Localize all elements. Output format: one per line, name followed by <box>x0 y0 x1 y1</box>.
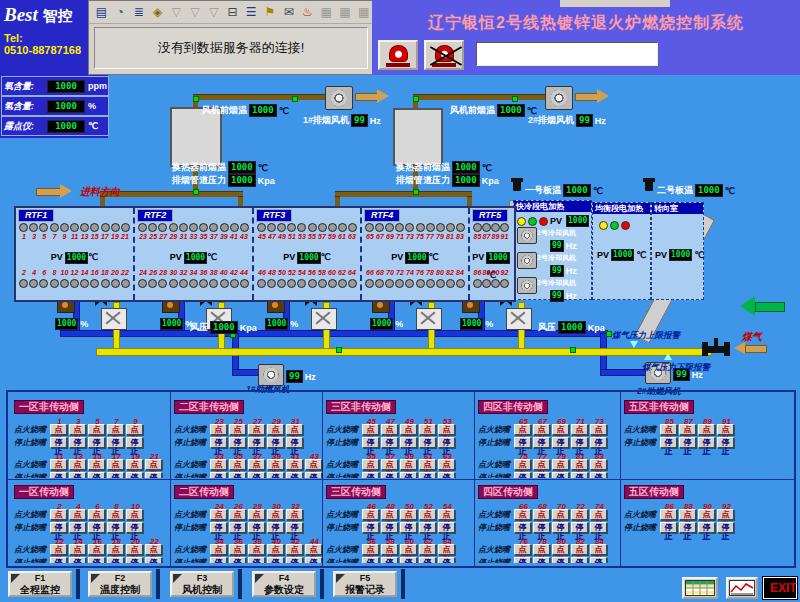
stop-button-34[interactable]: 停止 <box>210 557 227 563</box>
stop-button-72[interactable]: 停止 <box>571 522 588 533</box>
stop-button-61[interactable]: 停止 <box>419 472 436 478</box>
stop-button-91[interactable]: 停止 <box>717 437 734 448</box>
stop-button-74[interactable]: 停止 <box>590 522 607 533</box>
window-icon-2[interactable]: ▦ <box>337 3 354 22</box>
stop-button-35[interactable]: 停止 <box>229 472 246 478</box>
ignite-button-88[interactable]: 点火 <box>679 509 696 520</box>
alarm-icon[interactable]: ♨ <box>299 3 316 22</box>
ignite-button-35[interactable]: 点火 <box>229 459 246 470</box>
stop-button-32[interactable]: 停止 <box>286 522 303 533</box>
ignite-button-49[interactable]: 点火 <box>400 424 417 435</box>
stop-button-85[interactable]: 停止 <box>660 437 677 448</box>
ignite-button-69[interactable]: 点火 <box>552 424 569 435</box>
stop-button-50[interactable]: 停止 <box>400 522 417 533</box>
ignite-button-53[interactable]: 点火 <box>438 424 455 435</box>
ignite-button-61[interactable]: 点火 <box>419 459 436 470</box>
ignite-button-59[interactable]: 点火 <box>400 459 417 470</box>
ignite-button-60[interactable]: 点火 <box>400 544 417 555</box>
stop-button-64[interactable]: 停止 <box>438 557 455 563</box>
stop-button-65[interactable]: 停止 <box>514 437 531 448</box>
ignite-button-77[interactable]: 点火 <box>533 459 550 470</box>
stop-button-92[interactable]: 停止 <box>717 522 734 533</box>
ignite-button-62[interactable]: 点火 <box>419 544 436 555</box>
stop-button-81[interactable]: 停止 <box>571 472 588 478</box>
ignite-button-76[interactable]: 点火 <box>514 544 531 555</box>
ignite-button-51[interactable]: 点火 <box>419 424 436 435</box>
ignite-button-66[interactable]: 点火 <box>514 509 531 520</box>
ignite-button-40[interactable]: 点火 <box>267 544 284 555</box>
ignite-button-91[interactable]: 点火 <box>717 424 734 435</box>
ignite-button-75[interactable]: 点火 <box>514 459 531 470</box>
stop-button-18[interactable]: 停止 <box>107 557 124 563</box>
stop-button-44[interactable]: 停止 <box>305 557 322 563</box>
stop-button-2[interactable]: 停止 <box>50 522 67 533</box>
stop-button-80[interactable]: 停止 <box>552 557 569 563</box>
ignite-button-21[interactable]: 点火 <box>145 459 162 470</box>
ignite-button-38[interactable]: 点火 <box>248 544 265 555</box>
ignite-button-16[interactable]: 点火 <box>88 544 105 555</box>
ignite-button-36[interactable]: 点火 <box>229 544 246 555</box>
window-icon-3[interactable]: ▦ <box>355 3 372 22</box>
ignite-button-55[interactable]: 点火 <box>362 459 379 470</box>
stop-button-3[interactable]: 停止 <box>69 437 86 448</box>
ignite-button-44[interactable]: 点火 <box>305 544 322 555</box>
ignite-button-85[interactable]: 点火 <box>660 424 677 435</box>
ignite-button-41[interactable]: 点火 <box>286 459 303 470</box>
alarm-text-box[interactable] <box>476 42 658 66</box>
stop-button-54[interactable]: 停止 <box>438 522 455 533</box>
stop-button-38[interactable]: 停止 <box>248 557 265 563</box>
stop-button-27[interactable]: 停止 <box>248 437 265 448</box>
ignite-button-48[interactable]: 点火 <box>381 509 398 520</box>
key-icon[interactable]: ⚑ <box>262 3 279 22</box>
ignite-button-3[interactable]: 点火 <box>69 424 86 435</box>
stop-button-75[interactable]: 停止 <box>514 472 531 478</box>
stop-button-33[interactable]: 停止 <box>210 472 227 478</box>
ignite-button-52[interactable]: 点火 <box>419 509 436 520</box>
ignite-button-72[interactable]: 点火 <box>571 509 588 520</box>
stop-button-39[interactable]: 停止 <box>267 472 284 478</box>
stop-button-10[interactable]: 停止 <box>126 522 143 533</box>
stop-button-24[interactable]: 停止 <box>210 522 227 533</box>
stop-button-68[interactable]: 停止 <box>533 522 550 533</box>
ignite-button-1[interactable]: 点火 <box>50 424 67 435</box>
alarm-lamp-button[interactable] <box>378 40 418 70</box>
ignite-button-30[interactable]: 点火 <box>267 509 284 520</box>
ignite-button-45[interactable]: 点火 <box>362 424 379 435</box>
ignite-button-6[interactable]: 点火 <box>88 509 105 520</box>
stop-button-40[interactable]: 停止 <box>267 557 284 563</box>
stop-button-43[interactable]: 停止 <box>305 472 322 478</box>
ignite-button-4[interactable]: 点火 <box>69 509 86 520</box>
ignite-button-24[interactable]: 点火 <box>210 509 227 520</box>
stop-button-14[interactable]: 停止 <box>69 557 86 563</box>
ignite-button-28[interactable]: 点火 <box>248 509 265 520</box>
ignite-button-17[interactable]: 点火 <box>107 459 124 470</box>
stop-button-66[interactable]: 停止 <box>514 522 531 533</box>
stop-button-63[interactable]: 停止 <box>438 472 455 478</box>
ignite-button-34[interactable]: 点火 <box>210 544 227 555</box>
ignite-button-50[interactable]: 点火 <box>400 509 417 520</box>
stop-button-53[interactable]: 停止 <box>438 437 455 448</box>
stop-button-13[interactable]: 停止 <box>69 472 86 478</box>
stop-button-84[interactable]: 停止 <box>590 557 607 563</box>
net-icon-1[interactable]: ▽ <box>168 3 185 22</box>
fkey-button-f5[interactable]: F5报警记录 <box>333 571 397 597</box>
fkey-button-f2[interactable]: F2温度控制 <box>88 571 152 597</box>
stop-button-9[interactable]: 停止 <box>126 437 143 448</box>
stop-button-71[interactable]: 停止 <box>571 437 588 448</box>
ignite-button-73[interactable]: 点火 <box>590 424 607 435</box>
stop-button-12[interactable]: 停止 <box>50 557 67 563</box>
list-icon[interactable]: ≣ <box>130 3 147 22</box>
stop-button-70[interactable]: 停止 <box>552 522 569 533</box>
stop-button-49[interactable]: 停止 <box>400 437 417 448</box>
stop-button-5[interactable]: 停止 <box>88 437 105 448</box>
stop-button-20[interactable]: 停止 <box>126 557 143 563</box>
alarm-mute-button[interactable] <box>424 40 464 70</box>
stop-button-87[interactable]: 停止 <box>679 437 696 448</box>
stop-button-26[interactable]: 停止 <box>229 522 246 533</box>
stop-button-82[interactable]: 停止 <box>571 557 588 563</box>
ignite-button-56[interactable]: 点火 <box>362 544 379 555</box>
stop-button-8[interactable]: 停止 <box>107 522 124 533</box>
stop-button-15[interactable]: 停止 <box>88 472 105 478</box>
ignite-button-63[interactable]: 点火 <box>438 459 455 470</box>
net-icon-3[interactable]: ▽ <box>205 3 222 22</box>
